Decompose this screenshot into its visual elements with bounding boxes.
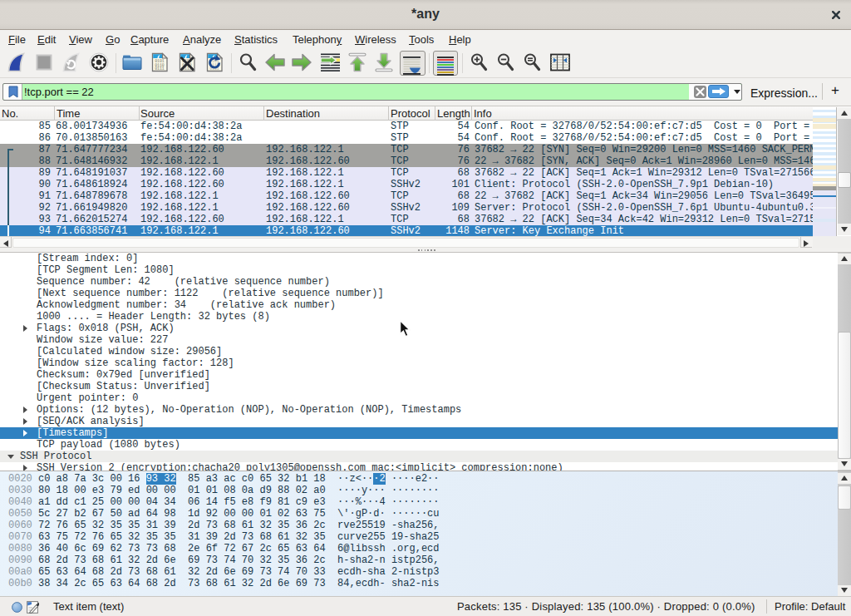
- svg-text:0111: 0111: [155, 67, 165, 71]
